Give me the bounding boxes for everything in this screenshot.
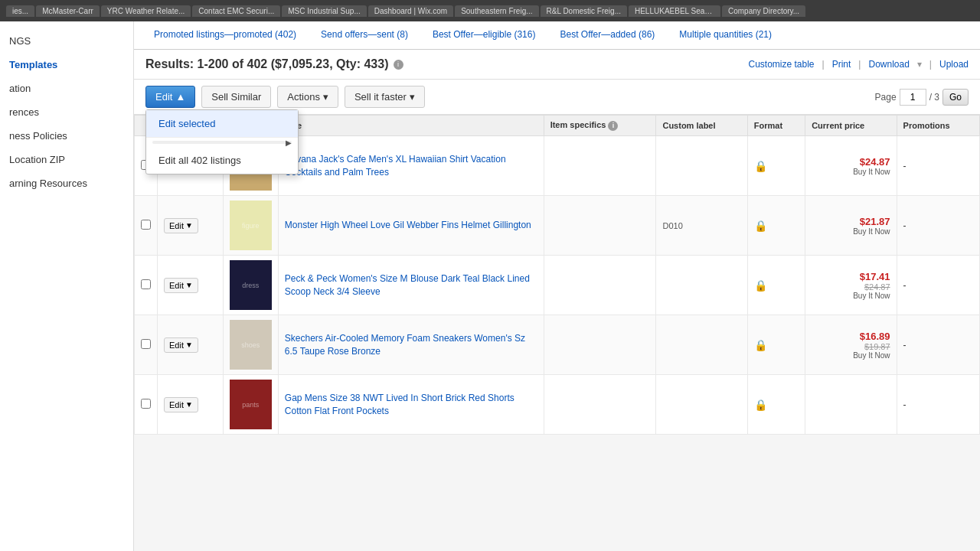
item-specifics-3	[544, 315, 656, 375]
upload-link[interactable]: Upload	[939, 59, 969, 70]
table-wrapper: Photo Title Item specifics i Custom labe…	[134, 115, 980, 522]
table-row: Edit ▼figureMonster High Wheel Love Gil …	[135, 196, 980, 256]
item-specifics-2	[544, 256, 656, 315]
toolbar: Edit ▲ Edit selected Edit all 402 listin…	[134, 80, 980, 115]
listing-title-1[interactable]: Monster High Wheel Love Gil Webber Fins …	[278, 196, 544, 256]
price-type-2: Buy It Now	[812, 292, 890, 300]
total-pages-label: / 3	[929, 92, 939, 103]
row-edit-button-1[interactable]: Edit ▼	[164, 218, 198, 233]
page-label: Page	[875, 92, 897, 103]
browser-tab-8[interactable]: R&L Domestic Freig...	[541, 5, 627, 17]
edit-arrow-icon: ▲	[175, 91, 185, 103]
table-row: Edit ▼pantsGap Mens Size 38 NWT Lived In…	[135, 375, 980, 435]
row-edit-button-3[interactable]: Edit ▼	[164, 337, 198, 353]
col-item-specifics: Item specifics i	[544, 116, 656, 136]
col-title: Title	[278, 116, 544, 136]
sell-similar-button[interactable]: Sell Similar	[201, 86, 271, 108]
col-custom-label: Custom label	[656, 116, 747, 136]
promotions-cell-1: -	[897, 196, 979, 256]
row-checkbox-3[interactable]	[141, 339, 151, 349]
results-actions: Customize table | Print | Download ▾ | U…	[748, 59, 969, 70]
edit-all-item[interactable]: Edit all 402 listings ▶	[146, 147, 298, 174]
format-cell-3: 🔒	[747, 315, 805, 375]
sell-faster-button[interactable]: Sell it faster ▾	[345, 86, 425, 108]
col-format: Format	[747, 116, 805, 136]
custom-label-2	[656, 256, 747, 315]
listing-photo-1[interactable]: figure	[230, 201, 272, 250]
price-type-1: Buy It Now	[812, 227, 890, 236]
filter-tab-best-offer-added[interactable]: Best Offer—added (86)	[547, 21, 667, 49]
price-main-1: $21.87	[812, 216, 890, 227]
promotions-cell-2: -	[897, 256, 979, 315]
sidebar-item-references[interactable]: rences	[0, 100, 133, 124]
go-button[interactable]: Go	[942, 89, 969, 106]
sidebar-item-information[interactable]: ation	[0, 77, 133, 100]
price-cell-3: $16.89$19.87Buy It Now	[805, 315, 897, 375]
actions-button[interactable]: Actions ▾	[277, 86, 338, 108]
price-main-3: $16.89	[812, 331, 890, 342]
custom-label-1: D010	[656, 196, 747, 256]
browser-tab-1[interactable]: ies...	[6, 5, 34, 17]
browser-tab-9[interactable]: HELLUKAEBEL Search	[629, 5, 720, 17]
lock-icon-3: 🔒	[754, 339, 767, 351]
browser-tab-6[interactable]: Dashboard | Wix.com	[368, 5, 453, 17]
sidebar-item-templates[interactable]: Templates	[0, 53, 133, 77]
item-specifics-info-icon[interactable]: i	[608, 121, 618, 131]
item-specifics-0	[544, 136, 656, 196]
listing-photo-4[interactable]: pants	[230, 380, 272, 429]
listing-title-4[interactable]: Gap Mens Size 38 NWT Lived In Short Bric…	[278, 375, 544, 435]
row-edit-button-4[interactable]: Edit ▼	[164, 397, 198, 412]
listing-title-0[interactable]: Havana Jack's Cafe Men's XL Hawaiian Shi…	[278, 136, 544, 196]
sidebar: NGS Templates ation rences ness Policies…	[0, 21, 134, 551]
dropdown-scrollbar	[152, 141, 292, 144]
edit-button[interactable]: Edit ▲	[145, 86, 195, 108]
browser-tab-2[interactable]: McMaster-Carr	[36, 5, 100, 17]
row-checkbox-1[interactable]	[141, 220, 151, 230]
price-type-0: Buy It Now	[812, 168, 890, 176]
browser-tabs: ies... McMaster-Carr YRC Weather Relate.…	[6, 5, 974, 17]
promotions-cell-4: -	[897, 375, 979, 435]
results-title: Results: 1-200 of 402 ($7,095.23, Qty: 4…	[145, 57, 389, 71]
col-price: Current price	[805, 116, 897, 136]
price-cell-1: $21.87Buy It Now	[805, 196, 897, 256]
filter-tab-promoted[interactable]: Promoted listings—promoted (402)	[142, 21, 309, 49]
custom-label-3	[656, 315, 747, 375]
price-cell-0: $24.87Buy It Now	[805, 136, 897, 196]
edit-selected-item[interactable]: Edit selected	[146, 110, 298, 138]
row-edit-button-2[interactable]: Edit ▼	[164, 278, 198, 293]
customize-table-link[interactable]: Customize table	[748, 59, 814, 70]
listing-photo-3[interactable]: shoes	[230, 320, 272, 370]
print-link[interactable]: Print	[832, 59, 851, 70]
main-content: Promoted listings—promoted (402) Send of…	[134, 21, 980, 551]
filter-tab-best-offer[interactable]: Best Offer—eligible (316)	[420, 21, 548, 49]
sidebar-item-location-zip[interactable]: Location ZIP	[0, 148, 133, 171]
sidebar-item-learning-resources[interactable]: arning Resources	[0, 171, 133, 195]
download-link[interactable]: Download	[868, 59, 909, 70]
sidebar-item-business-policies[interactable]: ness Policies	[0, 124, 133, 148]
lock-icon-2: 🔒	[754, 279, 767, 292]
lock-icon-4: 🔒	[754, 399, 767, 411]
pagination: Page / 3 Go	[875, 89, 969, 106]
filter-tab-multiple[interactable]: Multiple quantities (21)	[667, 21, 784, 49]
filter-tabs: Promoted listings—promoted (402) Send of…	[134, 21, 980, 50]
listing-photo-2[interactable]: dress	[230, 260, 272, 310]
listing-title-3[interactable]: Skechers Air-Cooled Memory Foam Sneakers…	[278, 315, 544, 375]
item-specifics-1	[544, 196, 656, 256]
row-checkbox-4[interactable]	[141, 399, 151, 409]
price-cell-2: $17.41$24.87Buy It Now	[805, 256, 897, 315]
sidebar-item-ngs[interactable]: NGS	[0, 29, 133, 53]
info-icon[interactable]: i	[394, 60, 403, 70]
browser-tab-7[interactable]: Southeastern Freig...	[455, 5, 538, 17]
filter-tab-offers[interactable]: Send offers—sent (8)	[309, 21, 420, 49]
browser-tab-4[interactable]: Contact EMC Securi...	[192, 5, 280, 17]
browser-tab-5[interactable]: MSC Industrial Sup...	[282, 5, 366, 17]
results-header: Results: 1-200 of 402 ($7,095.23, Qty: 4…	[134, 50, 980, 80]
listing-title-2[interactable]: Peck & Peck Women's Size M Blouse Dark T…	[278, 256, 544, 315]
price-type-3: Buy It Now	[812, 351, 890, 360]
browser-tab-10[interactable]: Company Directory...	[722, 5, 805, 17]
page-input[interactable]	[900, 89, 926, 106]
row-checkbox-2[interactable]	[141, 279, 151, 289]
browser-tab-3[interactable]: YRC Weather Relate...	[101, 5, 191, 17]
actions-arrow-icon: ▾	[323, 91, 328, 103]
table-row: Edit ▼shoesSkechers Air-Cooled Memory Fo…	[135, 315, 980, 375]
